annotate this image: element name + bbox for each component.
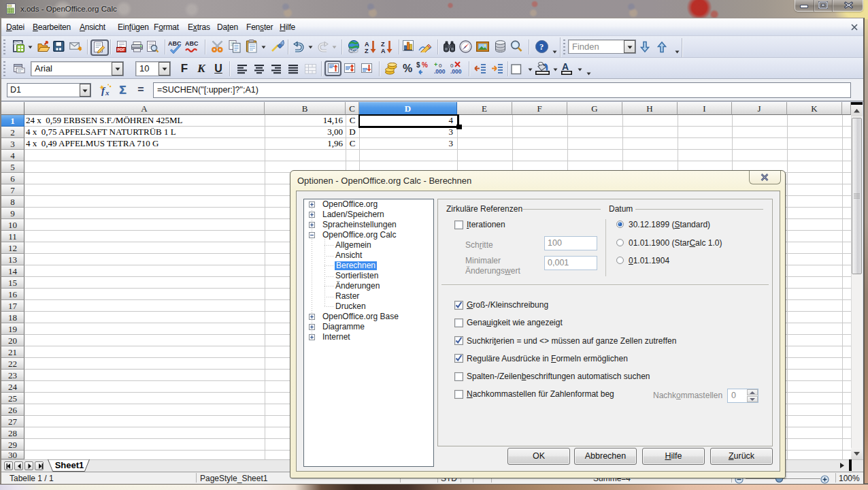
svg-text:%: % — [422, 61, 428, 69]
svg-text:.000: .000 — [434, 68, 446, 75]
svg-text:+: + — [434, 61, 437, 68]
svg-text:.000: .000 — [450, 68, 462, 75]
svg-text:A: A — [365, 41, 369, 48]
svg-text:PDF: PDF — [118, 48, 126, 52]
svg-text:x: x — [105, 88, 110, 97]
svg-text:Z: Z — [381, 41, 385, 48]
svg-text:A: A — [381, 48, 386, 54]
svg-text:$: $ — [416, 61, 420, 69]
svg-text:Z: Z — [365, 48, 369, 54]
svg-text:ABC: ABC — [185, 40, 199, 47]
svg-text:?: ? — [539, 42, 544, 52]
svg-text:A: A — [562, 61, 569, 72]
